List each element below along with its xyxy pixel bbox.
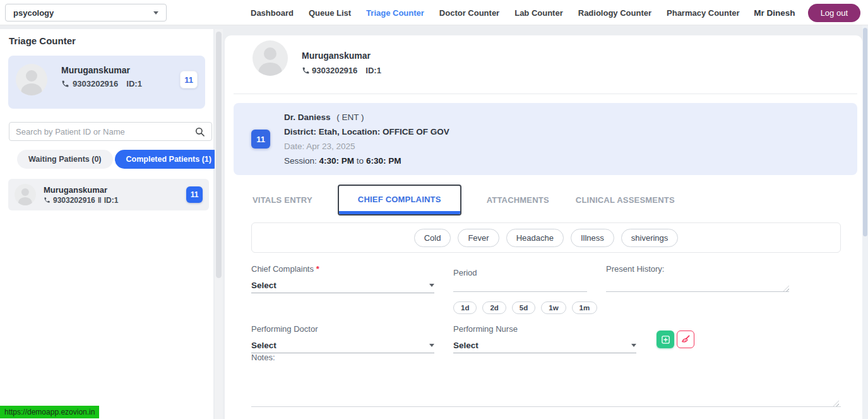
period-input[interactable] <box>453 279 587 292</box>
nav-queue-list[interactable]: Queue List <box>309 8 351 18</box>
patient-id: ID:1 <box>104 196 119 205</box>
avatar <box>15 184 36 205</box>
label-text: Chief Complaints <box>251 264 314 274</box>
present-history-label: Present History: <box>606 264 664 274</box>
complaint-chip-illness[interactable]: Illness <box>571 229 614 247</box>
performing-doctor-label: Performing Doctor <box>251 324 318 334</box>
date-line: Date: Apr 23, 2025 <box>284 139 449 154</box>
patient-contact-line: 9303202916 ‖ ID:1 <box>44 196 118 205</box>
avatar <box>16 64 47 95</box>
performing-doctor-select[interactable]: Select <box>251 338 434 353</box>
completed-patient-card[interactable]: Muruganskumar 9303202916 ‖ ID:1 11 <box>8 179 209 210</box>
patient-search-input[interactable] <box>16 127 194 137</box>
tab-chief-complaints[interactable]: CHIEF COMPLAINTS <box>338 185 461 216</box>
nav-pharmacy-counter[interactable]: Pharmacy Counter <box>667 8 740 18</box>
patient-id: ID:1 <box>126 79 142 88</box>
search-icon[interactable] <box>194 126 205 137</box>
period-chip-1w[interactable]: 1w <box>541 301 566 314</box>
triage-counter-screen: psycology Dashboard Queue List Triage Co… <box>0 0 868 419</box>
notes-label: Notes: <box>251 353 275 362</box>
patient-id: ID:1 <box>366 66 381 75</box>
notes-textarea[interactable] <box>251 364 841 407</box>
complaint-chip-shiverings[interactable]: shiverings <box>621 229 679 247</box>
clear-button[interactable] <box>677 331 694 348</box>
caret-down-icon <box>429 344 434 347</box>
page-scrollbar-thumb[interactable] <box>863 28 867 236</box>
add-button[interactable] <box>657 331 674 348</box>
separator: ‖ <box>98 196 102 205</box>
nav-triage-counter[interactable]: Triage Counter <box>366 8 424 18</box>
patient-search-box <box>9 122 212 141</box>
complaint-chip-cold[interactable]: Cold <box>414 229 451 247</box>
token-badge: 11 <box>251 130 270 149</box>
select-value: Select <box>251 281 276 290</box>
sidebar-scrollbar[interactable] <box>215 29 223 419</box>
department-select[interactable]: psycology <box>5 4 167 21</box>
sidebar-title: Triage Counter <box>9 35 76 46</box>
current-patient-info: Muruganskumar 9303202916 ID:1 <box>61 64 142 88</box>
waiting-patients-button[interactable]: Waiting Patients (0) <box>17 150 113 169</box>
required-mark: * <box>316 264 319 274</box>
phone-icon <box>44 197 51 203</box>
session-to: to <box>357 156 364 166</box>
patient-name: Muruganskumar <box>61 65 142 75</box>
performing-nurse-select[interactable]: Select <box>453 338 636 353</box>
completed-patients-button[interactable]: Completed Patients (1) <box>115 150 223 169</box>
period-chip-1d[interactable]: 1d <box>453 301 477 314</box>
appointment-details: Dr. Daniess ( ENT ) District: Etah, Loca… <box>284 110 449 168</box>
tab-clinical-assesments[interactable]: CLINICAL ASSESMENTS <box>574 186 676 214</box>
caret-down-icon <box>429 284 434 287</box>
token-badge: 11 <box>180 71 198 88</box>
current-patient-card[interactable]: Muruganskumar 9303202916 ID:1 11 <box>8 56 205 109</box>
user-area: Mr Dinesh Log out <box>754 0 860 25</box>
nav-radiology-counter[interactable]: Radiology Counter <box>578 8 651 18</box>
user-name: Mr Dinesh <box>754 8 795 18</box>
doctor-specialty: ( ENT ) <box>336 112 364 122</box>
present-history-textarea[interactable] <box>606 279 789 292</box>
doctor-line: Dr. Daniess ( ENT ) <box>284 110 449 124</box>
patient-contact-line: 9303202916 ID:1 <box>302 66 381 75</box>
add-box-icon <box>661 335 670 344</box>
patient-name: Muruganskumar <box>44 185 118 195</box>
period-label: Period <box>453 268 477 277</box>
period-chip-5d[interactable]: 5d <box>512 301 535 314</box>
period-chips: 1d 2d 5d 1w 1m <box>453 301 597 314</box>
top-bar: psycology Dashboard Queue List Triage Co… <box>0 0 868 25</box>
doctor-name: Dr. Daniess <box>284 112 331 122</box>
logout-button[interactable]: Log out <box>808 4 860 22</box>
complaint-chips-strip: Cold Fever Headache Illness shiverings <box>251 222 841 253</box>
nav-lab-counter[interactable]: Lab Counter <box>514 8 563 18</box>
tab-vitals-entry[interactable]: VITALS ENTRY <box>251 186 314 214</box>
chief-complaints-label: Chief Complaints * <box>251 264 319 274</box>
performing-nurse-label: Performing Nurse <box>453 324 518 334</box>
department-select-value: psycology <box>13 8 54 18</box>
broom-icon <box>681 334 691 344</box>
token-badge: 11 <box>186 186 203 203</box>
caret-down-icon <box>631 344 636 347</box>
sidebar-scrollbar-thumb[interactable] <box>216 32 222 278</box>
completed-patient-info: Muruganskumar 9303202916 ‖ ID:1 <box>44 185 118 205</box>
complaint-chip-fever[interactable]: Fever <box>458 229 499 247</box>
avatar <box>253 40 288 76</box>
sidebar: Triage Counter Muruganskumar 9303202916 … <box>0 29 213 419</box>
complaint-chip-headache[interactable]: Headache <box>506 229 564 247</box>
main-panel: Muruganskumar 9303202916 ID:1 11 Dr. Dan… <box>225 35 862 419</box>
patient-phone: 9303202916 <box>312 66 357 75</box>
top-navigation: Dashboard Queue List Triage Counter Doct… <box>251 0 740 25</box>
period-chip-2d[interactable]: 2d <box>482 301 506 314</box>
phone-icon <box>61 80 69 88</box>
select-value: Select <box>251 341 276 350</box>
nav-dashboard[interactable]: Dashboard <box>251 8 294 18</box>
page-scrollbar[interactable] <box>862 25 868 419</box>
period-chip-1m[interactable]: 1m <box>572 301 598 314</box>
nav-doctor-counter[interactable]: Doctor Counter <box>439 8 499 18</box>
phone-icon <box>302 66 310 75</box>
patient-name: Muruganskumar <box>302 51 371 61</box>
district-line: District: Etah, Location: OFFICE OF GOV <box>284 124 449 139</box>
tab-attachments[interactable]: ATTACHMENTS <box>485 186 550 214</box>
session-end: 6:30: PM <box>366 156 401 166</box>
session-line: Session: 4:30: PM to 6:30: PM <box>284 154 449 168</box>
appointment-panel: 11 Dr. Daniess ( ENT ) District: Etah, L… <box>234 103 857 175</box>
chief-complaints-select[interactable]: Select <box>251 278 434 293</box>
patient-phone: 9303202916 <box>73 79 118 88</box>
